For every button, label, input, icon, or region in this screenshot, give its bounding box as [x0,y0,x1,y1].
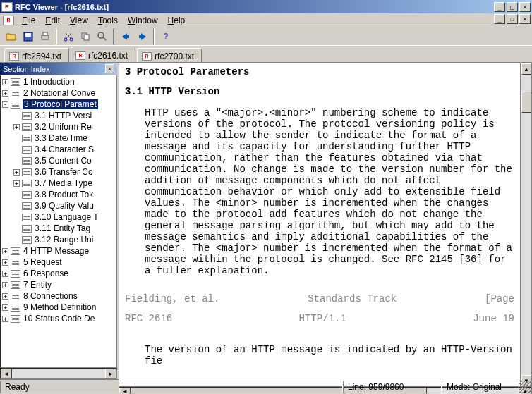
minimize-button[interactable]: _ [494,2,505,12]
footer-left: Fielding, et al. [125,293,219,304]
expand-icon[interactable]: + [13,124,20,130]
tree-item[interactable]: +3.7 Media Type [1,178,116,189]
tree-label: 3.3 Date/Time [34,133,88,143]
open-button[interactable] [3,29,19,44]
svg-rect-2 [42,35,49,39]
find-button[interactable] [94,29,110,44]
tab-rfc2700-txt[interactable]: Rrfc2700.txt [137,48,202,62]
tree-item[interactable]: -3 Protocol Paramet [1,99,116,110]
expand-icon[interactable]: + [2,282,8,288]
menu-bar: R FileEditViewToolsWindowHelp _ ❐ × [0,13,532,27]
svg-rect-7 [84,35,89,40]
expand-icon[interactable]: + [2,248,8,254]
menu-window[interactable]: Window [123,14,163,27]
page-icon [22,112,32,120]
tree-item[interactable]: 3.4 Character S [1,144,116,155]
cut-button[interactable] [60,29,76,44]
tree-item[interactable]: 3.1 HTTP Versi [1,110,116,121]
tree-item[interactable]: +10 Status Code De [1,313,116,324]
file-icon: R [142,52,152,61]
scroll-up-icon[interactable]: ▲ [521,63,531,75]
save-button[interactable] [20,29,36,44]
scroll-right-icon[interactable]: ► [105,369,116,378]
menu-tools[interactable]: Tools [93,14,123,27]
mdi-restore-button[interactable]: ❐ [507,14,518,24]
sidebar-hscrollbar[interactable]: ◄ ► [0,368,117,379]
expand-icon[interactable]: + [2,271,8,277]
tab-rfc2594-txt[interactable]: Rrfc2594.txt [4,48,69,62]
mdi-close-button[interactable]: × [519,14,531,24]
page-icon [22,180,32,187]
tree-label: 3.8 Product Tok [34,190,94,199]
tree-item[interactable]: 3.5 Content Co [1,155,116,166]
tree-label: 6 Response [23,269,69,278]
tree-label: 8 Connections [23,291,78,301]
status-line: Line: 959/9860 [343,381,442,393]
expand-icon[interactable]: + [13,169,20,176]
svg-point-8 [98,32,104,38]
page-icon [22,225,32,233]
menu-help[interactable]: Help [163,14,191,27]
tree-item[interactable]: +1 Introduction [1,76,116,87]
tree-item[interactable]: +4 HTTP Message [1,245,116,257]
scroll-left-icon[interactable]: ◄ [1,369,12,378]
page-icon [11,315,20,323]
scroll-thumb[interactable] [521,92,531,113]
back-button[interactable] [117,29,133,44]
sidebar-title-label: Section Index [3,65,50,73]
file-icon: R [75,51,85,60]
tree-item[interactable]: +8 Connections [1,290,116,302]
svg-rect-1 [25,33,31,37]
tree-item[interactable]: 3.10 Language T [1,211,116,223]
tree-item[interactable]: +3.6 Transfer Co [1,166,116,178]
expand-icon[interactable]: + [2,90,8,97]
menu-file[interactable]: File [17,14,40,27]
expand-icon[interactable]: + [2,316,8,322]
tree-item[interactable]: 3.8 Product Tok [1,189,116,200]
tab-rfc2616-txt[interactable]: Rrfc2616.txt [71,47,135,62]
mdi-minimize-button[interactable]: _ [494,14,505,24]
tree-item[interactable]: +7 Entity [1,279,116,290]
status-mode: Mode: Original [442,381,519,393]
tree-item[interactable]: +2 Notational Conve [1,87,116,99]
app-icon: R [1,2,13,12]
tree-label: 2 Notational Conve [23,88,96,98]
expand-icon[interactable]: + [2,259,8,266]
sidebar-close-button[interactable]: × [105,64,114,73]
tree-item[interactable]: +3.2 Uniform Re [1,121,116,133]
menu-edit[interactable]: Edit [40,14,65,27]
title-bar: R RFC Viewer - [rfc2616.txt] _ □ × [0,0,532,13]
tree-label: 4 HTTP Message [23,246,90,256]
expand-icon[interactable]: - [2,101,8,108]
tree-item[interactable]: 3.9 Quality Valu [1,200,116,211]
print-button[interactable] [37,29,53,44]
forward-button[interactable] [134,29,150,44]
expand-icon[interactable]: + [2,304,8,311]
page-icon [11,293,20,300]
expand-icon[interactable]: + [13,180,20,187]
expand-icon[interactable]: + [2,79,8,85]
tree-item[interactable]: 3.11 Entity Tag [1,223,116,234]
section-tree[interactable]: +1 Introduction+2 Notational Conve-3 Pro… [0,75,117,368]
tree-item[interactable]: +9 Method Definition [1,302,116,313]
close-button[interactable]: × [519,2,531,12]
menu-view[interactable]: View [65,14,93,27]
tree-item[interactable]: 3.12 Range Uni [1,234,116,245]
resize-grip-icon[interactable] [519,381,532,393]
svg-rect-3 [43,32,47,35]
expand-icon[interactable]: + [2,293,8,300]
help-button[interactable]: ? [157,29,174,44]
document-icon[interactable]: R [3,16,14,25]
page-icon [11,90,20,97]
maximize-button[interactable]: □ [507,2,518,12]
tree-item[interactable]: +6 Response [1,268,116,279]
tree-label: 3.6 Transfer Co [34,167,94,177]
tree-label: 10 Status Code De [23,314,95,324]
tree-item[interactable]: +5 Request [1,257,116,268]
sidebar-title: Section Index × [0,63,117,75]
content-vscrollbar[interactable]: ▲ ▼ [521,63,532,387]
page-icon [22,236,32,244]
document-content[interactable]: 3 Protocol Parameters 3.1 HTTP Version H… [119,63,521,387]
tree-item[interactable]: 3.3 Date/Time [1,133,116,144]
copy-button[interactable] [77,29,93,44]
